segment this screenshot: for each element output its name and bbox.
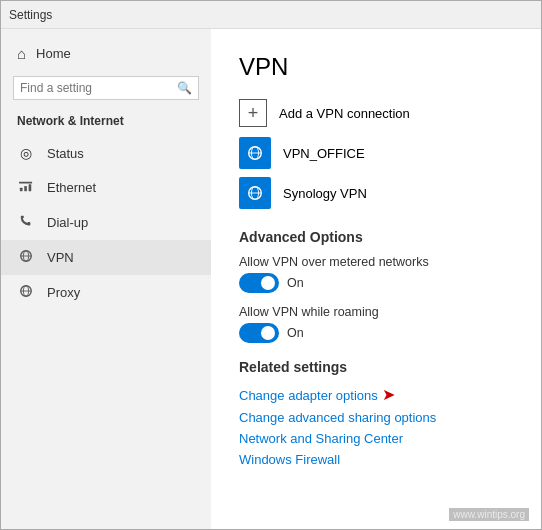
add-icon: + — [239, 99, 267, 127]
sidebar-section-title: Network & Internet — [1, 110, 211, 136]
svg-rect-3 — [19, 182, 32, 184]
sidebar-item-status-label: Status — [47, 146, 84, 161]
advanced-options-title: Advanced Options — [239, 229, 513, 245]
toggle-control-1: On — [239, 323, 513, 343]
proxy-icon — [17, 284, 35, 301]
toggle-0[interactable] — [239, 273, 279, 293]
vpn-item-name-1: Synology VPN — [283, 186, 367, 201]
sidebar-item-ethernet-label: Ethernet — [47, 180, 96, 195]
related-link-1[interactable]: Change advanced sharing options — [239, 410, 513, 425]
sidebar-home-label: Home — [36, 46, 71, 61]
toggle-value-1: On — [287, 326, 304, 340]
sidebar-item-dialup[interactable]: Dial-up — [1, 205, 211, 240]
vpn-item-icon-1 — [239, 177, 271, 209]
title-bar-label: Settings — [9, 8, 52, 22]
toggle-row-1: Allow VPN while roaming On — [239, 305, 513, 343]
related-link-label-2: Network and Sharing Center — [239, 431, 403, 446]
toggle-1[interactable] — [239, 323, 279, 343]
vpn-sidebar-icon — [17, 249, 35, 266]
watermark: www.wintips.org — [449, 508, 529, 521]
vpn-item-0[interactable]: VPN_OFFICE — [239, 137, 513, 169]
svg-rect-0 — [20, 188, 23, 192]
sidebar-item-ethernet[interactable]: Ethernet — [1, 170, 211, 205]
related-link-label-3: Windows Firewall — [239, 452, 340, 467]
search-input[interactable] — [20, 81, 177, 95]
add-vpn-button[interactable]: + Add a VPN connection — [239, 99, 513, 127]
toggle-label-1: Allow VPN while roaming — [239, 305, 513, 319]
svg-rect-2 — [29, 184, 32, 191]
dialup-icon — [17, 214, 35, 231]
sidebar-home[interactable]: ⌂ Home — [1, 37, 211, 70]
toggle-label-0: Allow VPN over metered networks — [239, 255, 513, 269]
ethernet-icon — [17, 179, 35, 196]
sidebar-item-vpn[interactable]: VPN — [1, 240, 211, 275]
sidebar-item-proxy-label: Proxy — [47, 285, 80, 300]
vpn-item-name-0: VPN_OFFICE — [283, 146, 365, 161]
related-settings-title: Related settings — [239, 359, 513, 375]
related-link-2[interactable]: Network and Sharing Center — [239, 431, 513, 446]
home-icon: ⌂ — [17, 45, 26, 62]
vpn-list: + Add a VPN connection VPN_OFFICE Synolo… — [239, 99, 513, 209]
related-link-3[interactable]: Windows Firewall — [239, 452, 513, 467]
status-icon: ◎ — [17, 145, 35, 161]
search-icon: 🔍 — [177, 81, 192, 95]
sidebar-item-proxy[interactable]: Proxy — [1, 275, 211, 310]
related-settings: Related settings Change adapter options … — [239, 359, 513, 467]
related-link-0[interactable]: Change adapter options ➤ — [239, 385, 513, 404]
svg-rect-1 — [24, 186, 27, 191]
vpn-item-icon-0 — [239, 137, 271, 169]
related-link-label-1: Change advanced sharing options — [239, 410, 436, 425]
vpn-item-1[interactable]: Synology VPN — [239, 177, 513, 209]
page-title: VPN — [239, 53, 513, 81]
arrow-icon: ➤ — [382, 385, 395, 404]
sidebar: ⌂ Home 🔍 Network & Internet ◎ Status Eth… — [1, 29, 211, 529]
toggle-row-0: Allow VPN over metered networks On — [239, 255, 513, 293]
sidebar-item-vpn-label: VPN — [47, 250, 74, 265]
toggle-control-0: On — [239, 273, 513, 293]
toggle-value-0: On — [287, 276, 304, 290]
search-box[interactable]: 🔍 — [13, 76, 199, 100]
related-link-label-0: Change adapter options — [239, 388, 378, 403]
sidebar-item-dialup-label: Dial-up — [47, 215, 88, 230]
add-vpn-label: Add a VPN connection — [279, 106, 410, 121]
sidebar-item-status[interactable]: ◎ Status — [1, 136, 211, 170]
main-content: VPN + Add a VPN connection VPN_OFFICE — [211, 29, 541, 529]
